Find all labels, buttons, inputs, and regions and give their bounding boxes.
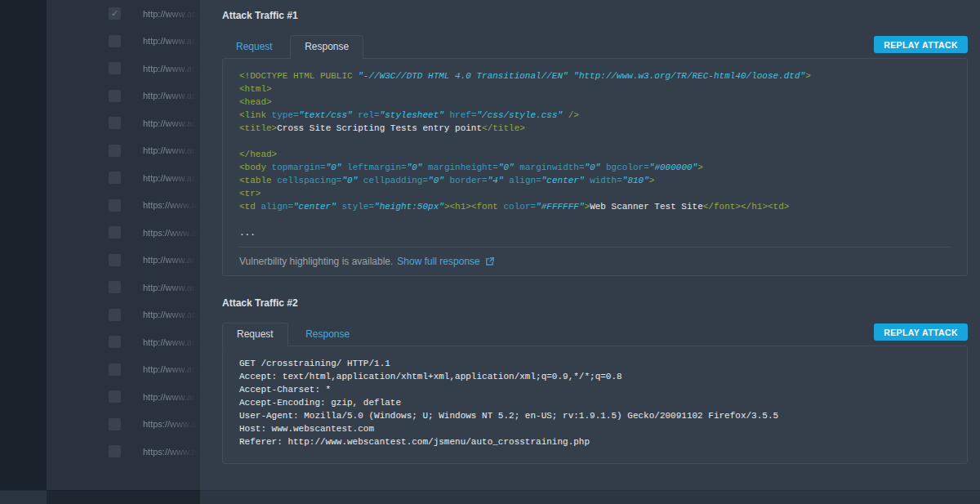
row-url: https://www.ac [143, 447, 200, 457]
row-url: http://www.acn [143, 283, 200, 292]
row-url: https://www.ac [143, 200, 200, 210]
url-list-item[interactable]: http://www.acn [47, 137, 200, 165]
row-url: https://www.ac [143, 419, 200, 429]
attack1-response-code: <!DOCTYPE HTML PUBLIC "-//W3C//DTD HTML … [223, 59, 967, 239]
url-list-footer [47, 490, 200, 504]
row-url: http://www.acn [143, 310, 200, 319]
url-list-item[interactable]: https://www.ac [47, 192, 200, 220]
show-full-response-link[interactable]: Show full response [397, 256, 494, 267]
row-checkbox[interactable] [109, 418, 121, 430]
row-checkbox[interactable] [109, 226, 121, 239]
left-rail [0, 0, 47, 490]
row-checkbox[interactable] [109, 390, 121, 403]
external-link-icon [485, 256, 495, 266]
main-footer-band [200, 490, 980, 504]
attack1-panel-footer: Vulnerbility highlighting is available. … [223, 248, 967, 267]
attack2-tab-request[interactable]: Request [222, 323, 288, 346]
row-checkbox[interactable] [109, 281, 121, 293]
attack1-response-panel: <!DOCTYPE HTML PUBLIC "-//W3C//DTD HTML … [222, 58, 968, 276]
row-url: http://www.acn [143, 145, 200, 155]
url-list-item[interactable]: ✓http://www.acn [47, 0, 200, 28]
attack1-tab-response[interactable]: Response [290, 35, 363, 59]
show-full-response-label: Show full response [397, 256, 479, 267]
attack1-tab-request[interactable]: Request [222, 35, 287, 59]
row-checkbox[interactable] [109, 336, 121, 348]
attack2-tab-response[interactable]: Response [292, 323, 363, 346]
row-url: http://www.acn [143, 392, 200, 402]
row-url: http://www.acn [143, 9, 200, 19]
url-list-item[interactable]: http://www.acn [47, 274, 200, 301]
attack2-request-panel: GET /crosstraining/ HTTP/1.1Accept: text… [222, 346, 968, 464]
attack2-title: Attack Traffic #2 [222, 297, 298, 309]
row-url: http://www.acn [143, 337, 200, 347]
url-list-item[interactable]: http://www.acn [47, 356, 200, 384]
attack1-tabbar: Request Response REPLAY ATTACK [222, 35, 968, 59]
attack1-title: Attack Traffic #1 [222, 10, 298, 21]
url-list-item[interactable]: http://www.acn [47, 164, 200, 192]
row-checkbox[interactable] [109, 117, 121, 129]
row-url: http://www.acn [143, 118, 200, 128]
row-checkbox[interactable] [109, 199, 121, 212]
row-checkbox[interactable] [109, 364, 121, 376]
row-checkbox[interactable]: ✓ [109, 7, 121, 20]
row-checkbox[interactable] [109, 35, 121, 47]
row-checkbox[interactable] [109, 90, 121, 102]
row-url: http://www.acn [143, 64, 200, 74]
url-list-item[interactable]: https://www.ac [47, 219, 200, 247]
row-checkbox[interactable] [109, 254, 121, 266]
row-url: http://www.acn [143, 173, 200, 183]
row-checkbox[interactable] [109, 62, 121, 74]
url-list: ✓http://www.acnhttp://www.acnhttp://www.… [47, 0, 200, 490]
url-list-item[interactable]: http://www.acn [47, 55, 200, 83]
url-list-item[interactable]: http://www.acn [47, 109, 200, 137]
row-checkbox[interactable] [109, 309, 121, 321]
row-url: http://www.acn [143, 91, 200, 100]
row-checkbox[interactable] [109, 145, 121, 157]
main-content: Attack Traffic #1 Request Response REPLA… [200, 0, 980, 490]
left-rail-footer [0, 490, 47, 504]
row-checkbox[interactable] [109, 172, 121, 184]
attack2-tabbar: Request Response REPLAY ATTACK [222, 323, 968, 346]
url-list-item[interactable]: http://www.acn [47, 383, 200, 411]
row-url: http://www.acn [143, 364, 200, 374]
row-url: http://www.acn [143, 36, 200, 46]
url-list-item[interactable]: https://www.ac [47, 438, 200, 466]
url-list-item[interactable]: http://www.acn [47, 83, 200, 110]
attack2-request-code: GET /crosstraining/ HTTP/1.1Accept: text… [223, 346, 967, 448]
url-list-item[interactable]: http://www.acn [47, 28, 200, 56]
row-checkbox[interactable] [109, 445, 121, 457]
url-list-item[interactable]: https://www.ac [47, 411, 200, 439]
url-list-item[interactable]: http://www.acn [47, 328, 200, 356]
url-list-item[interactable]: http://www.acn [47, 247, 200, 274]
row-url: http://www.acn [143, 255, 200, 265]
url-list-item[interactable]: http://www.acn [47, 301, 200, 329]
vuln-highlight-note: Vulnerbility highlighting is available. [239, 256, 393, 267]
row-url: https://www.ac [143, 228, 200, 238]
attack1-replay-attack-button[interactable]: REPLAY ATTACK [874, 36, 968, 53]
attack2-replay-attack-button[interactable]: REPLAY ATTACK [874, 323, 968, 341]
